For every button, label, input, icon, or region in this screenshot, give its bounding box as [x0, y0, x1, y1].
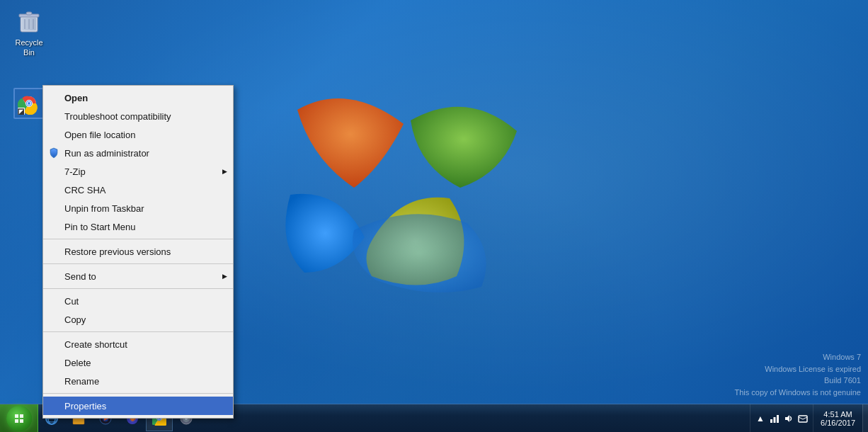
separator-4: [43, 331, 233, 332]
separator-3: [43, 288, 233, 289]
menu-item-copy[interactable]: Copy: [43, 310, 233, 329]
clock-time: 4:51 AM: [823, 410, 852, 419]
recycle-bin-icon[interactable]: Recycle Bin: [4, 4, 55, 62]
menu-item-delete[interactable]: Delete: [43, 353, 233, 372]
shield-icon: [47, 147, 60, 159]
show-desktop-button[interactable]: [862, 404, 868, 433]
menu-item-unpin-taskbar[interactable]: Unpin from Taskbar: [43, 199, 233, 217]
menu-item-pin-start[interactable]: Pin to Start Menu: [43, 217, 233, 236]
menu-item-troubleshoot[interactable]: Troubleshoot compatibility: [43, 107, 233, 125]
svg-rect-30: [777, 415, 779, 423]
menu-item-cut[interactable]: Cut: [43, 292, 233, 310]
menu-item-restore[interactable]: Restore previous versions: [43, 242, 233, 261]
menu-item-create-shortcut[interactable]: Create shortcut: [43, 335, 233, 353]
windows-logo: [262, 67, 566, 315]
svg-rect-28: [770, 419, 772, 423]
desktop: Recycle Bin Open: [0, 0, 868, 432]
menu-item-7zip[interactable]: 7-Zip: [43, 162, 233, 181]
menu-item-crc-sha[interactable]: CRC SHA: [43, 181, 233, 199]
start-orb: [6, 406, 32, 431]
menu-item-open-file-location[interactable]: Open file location: [43, 125, 233, 144]
recycle-bin-label: Recycle Bin: [6, 37, 52, 59]
watermark-line3: Build 7601: [734, 375, 861, 387]
watermark-line2: Windows License is expired: [734, 363, 861, 375]
tray-notification[interactable]: [797, 413, 809, 424]
svg-rect-29: [774, 417, 776, 423]
watermark-line1: Windows 7: [734, 351, 861, 363]
system-tray: ▲: [750, 404, 813, 433]
svg-rect-3: [26, 12, 32, 15]
windows-watermark: Windows 7 Windows License is expired Bui…: [734, 351, 861, 398]
menu-item-send-to[interactable]: Send to: [43, 267, 233, 285]
start-button[interactable]: [0, 404, 38, 433]
context-menu: Open Troubleshoot compatibility Open fil…: [42, 85, 234, 419]
svg-point-10: [28, 102, 30, 105]
svg-marker-31: [785, 415, 789, 422]
tray-volume[interactable]: [783, 413, 794, 424]
menu-item-run-as-admin[interactable]: Run as administrator: [43, 144, 233, 162]
menu-item-rename[interactable]: Rename: [43, 372, 233, 390]
taskbar-right: ▲: [750, 404, 868, 433]
clock[interactable]: 4:51 AM 6/16/2017: [813, 404, 862, 433]
recycle-bin-image: [15, 6, 43, 35]
chrome-image: [13, 88, 45, 119]
tray-arrow[interactable]: ▲: [755, 413, 766, 424]
menu-item-open[interactable]: Open: [43, 89, 233, 107]
separator-2: [43, 263, 233, 264]
clock-date: 6/16/2017: [821, 419, 855, 427]
tray-network[interactable]: [769, 413, 780, 424]
separator-1: [43, 239, 233, 239]
watermark-line4: This copy of Windows is not genuine: [734, 387, 861, 399]
separator-5: [43, 393, 233, 394]
menu-item-properties[interactable]: Properties: [43, 397, 233, 415]
